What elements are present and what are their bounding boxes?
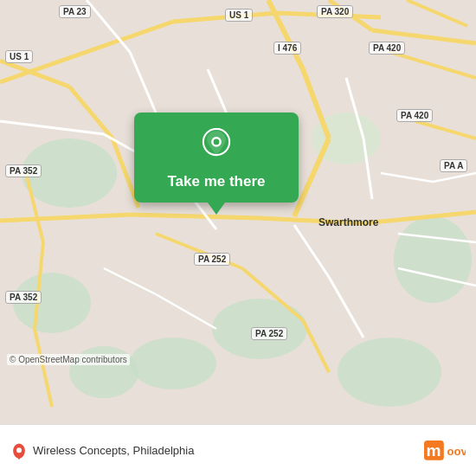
road-label-i476: I 476 [273, 42, 301, 55]
location-text: Wireless Concepts, Philadelphia [33, 444, 194, 457]
road-label-pa23: PA 23 [59, 5, 91, 18]
location-dot-icon [10, 441, 28, 461]
road-label-pa352-bot: PA 352 [5, 291, 42, 304]
navigation-popup[interactable]: Take me there [134, 113, 299, 203]
moovit-wordmark: m oovit [424, 439, 466, 463]
road-label-pa420-top: PA 420 [369, 42, 405, 55]
svg-point-55 [16, 447, 22, 453]
road-label-pa420-mid: PA 420 [396, 109, 433, 122]
popup-icon-area [134, 113, 299, 173]
road-label-pa352-top: PA 352 [5, 164, 42, 177]
road-label-pa320: PA 320 [317, 5, 353, 18]
road-label-us1-top: US 1 [225, 9, 253, 22]
svg-text:m: m [426, 441, 441, 460]
road-label-pa252-top: PA 252 [194, 253, 230, 266]
location-pin-icon [198, 128, 235, 164]
bottom-bar: Wireless Concepts, Philadelphia m oovit [0, 424, 476, 476]
road-label-pa-right: PA A [440, 159, 467, 172]
road-label-pa252-bot: PA 252 [251, 327, 287, 340]
moovit-logo: m oovit [424, 439, 466, 463]
map-view: PA 23 PA 320 US 1 US 1 I 476 PA 420 PA 4… [0, 0, 476, 424]
svg-point-6 [394, 216, 472, 303]
svg-point-8 [130, 338, 216, 389]
place-label-swarthmore: Swarthmore [318, 216, 378, 228]
svg-text:oovit: oovit [447, 444, 466, 457]
map-attribution: © OpenStreetMap contributors [7, 354, 130, 365]
svg-point-5 [338, 338, 441, 407]
road-label-us1-left: US 1 [5, 50, 33, 63]
popup-label: Take me there [167, 173, 265, 203]
svg-point-53 [214, 139, 220, 145]
